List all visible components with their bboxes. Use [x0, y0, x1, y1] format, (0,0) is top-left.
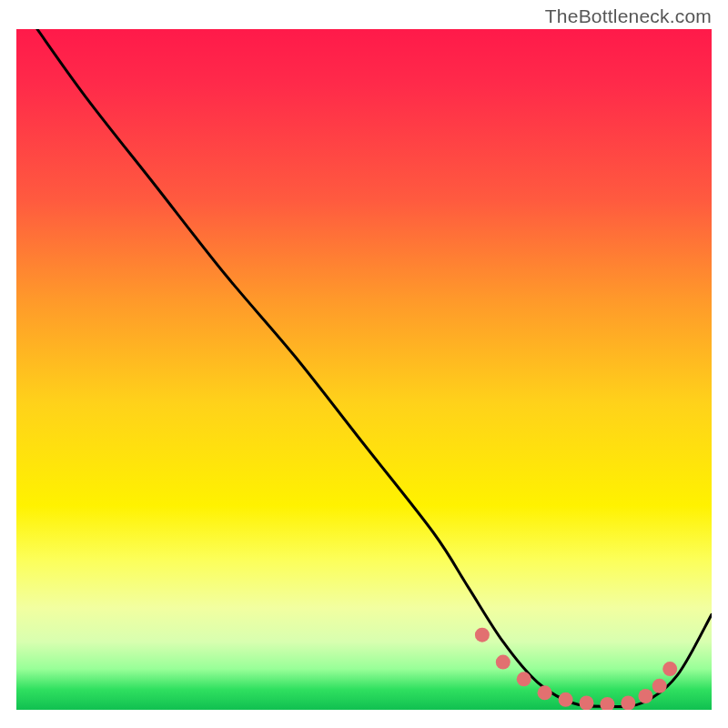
plot-gradient-background	[16, 29, 712, 710]
attribution-label: TheBottleneck.com	[545, 5, 712, 27]
chart-container: TheBottleneck.com	[0, 0, 728, 728]
